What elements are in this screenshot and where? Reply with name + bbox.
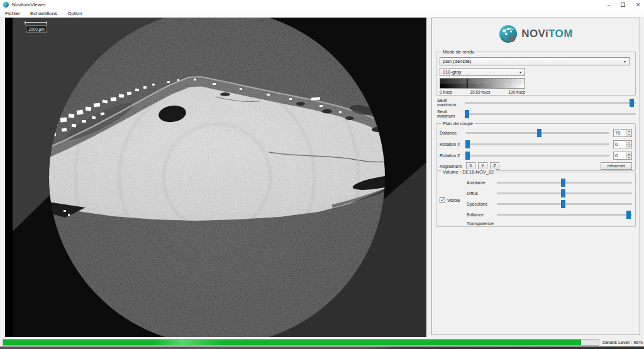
close-icon[interactable]: ✕ (636, 0, 640, 9)
specular-slider[interactable] (497, 200, 632, 208)
maximize-icon[interactable] (621, 3, 625, 7)
visible-row: ✓ Visible (440, 197, 460, 203)
threshold-min-row: Seuil minimum (437, 109, 636, 118)
diffuse-label: Diffus (467, 191, 497, 196)
rotation-x-label: Rotation X (440, 142, 466, 147)
control-panel: NOViTOM Mode de rendu plan (densité) ▼ 0… (431, 18, 640, 335)
slider-groove (497, 214, 632, 216)
transparency-label: Transparence (467, 221, 497, 226)
slider-handle[interactable] (465, 152, 470, 160)
menu-item-echantillons[interactable]: Echantillons (25, 9, 62, 18)
slider-handle[interactable] (561, 200, 565, 208)
novitom-logo-icon (499, 25, 518, 43)
check-icon: ✓ (440, 197, 445, 203)
rotation-z-label: Rotation Z (440, 153, 466, 158)
volume-group-title: Volume : DE16-NOV_02 (441, 169, 496, 175)
slider-handle[interactable] (561, 179, 565, 187)
tick-mid: 30.59 trucs (470, 90, 490, 94)
transparency-slider[interactable] (497, 219, 632, 228)
diffuse-row: Diffus (467, 189, 632, 197)
title-bar: NovitomViewer – ✕ (0, 0, 644, 9)
colormap-alpha-ramp (440, 79, 525, 84)
ct-slice-view[interactable]: 2000 µm (5, 18, 426, 337)
window-controls: – ✕ (608, 0, 640, 9)
slider-groove (466, 143, 609, 145)
ambient-slider[interactable] (497, 179, 632, 187)
alignment-label: Alignement (440, 164, 466, 169)
threshold-min-slider[interactable] (465, 110, 636, 118)
spin-value[interactable]: 70 (614, 130, 626, 136)
shininess-label: Brillance (467, 213, 497, 217)
colormap-select[interactable]: 010-gray ▼ (440, 68, 525, 76)
threshold-min-label: Seuil minimum (437, 109, 465, 118)
scale-label: 2000 µm (28, 27, 44, 32)
app-icon (3, 2, 9, 8)
ct-slice-image: 2000 µm (5, 18, 426, 337)
window-bottom-edge (0, 346, 644, 349)
spin-down-icon[interactable]: ▼ (626, 133, 631, 136)
tick-min: 0 trucs (440, 90, 452, 94)
colormap-ticks: 0 trucs 30.59 trucs 100 trucs (440, 90, 525, 94)
colormap-gradient (440, 78, 525, 89)
render-mode-group-title: Mode de rendu (441, 49, 476, 55)
specular-row: Spéculaire (467, 199, 632, 208)
volume-group: Volume : DE16-NOV_02 ✓ Visible Ambiante … (436, 172, 636, 227)
render-mode-value: plan (densité) (443, 58, 471, 64)
slider-groove (465, 113, 636, 115)
chevron-down-icon: ▼ (519, 70, 522, 74)
slider-handle[interactable] (537, 129, 541, 137)
threshold-max-slider[interactable] (465, 99, 636, 107)
rotation-z-slider[interactable] (466, 152, 609, 160)
spin-buttons[interactable]: ▲▼ (626, 141, 631, 148)
diffuse-slider[interactable] (497, 189, 632, 197)
logo-wordmark: NOViTOM (521, 28, 573, 40)
spin-down-icon[interactable]: ▼ (626, 145, 631, 148)
distance-row: Distance 70 ▲▼ (440, 128, 632, 137)
shininess-slider[interactable] (497, 211, 632, 219)
spin-value[interactable]: 0 (614, 141, 626, 148)
progress-bar (3, 339, 599, 346)
chevron-down-icon: ▼ (623, 60, 626, 64)
cut-plane-group: Plan de coupe Distance 70 ▲▼ Rotation X … (436, 123, 636, 171)
slider-handle[interactable] (626, 211, 631, 219)
spin-buttons[interactable]: ▲▼ (626, 152, 631, 159)
ambient-label: Ambiante (467, 180, 497, 185)
novitom-logo: NOViTOM (432, 21, 640, 47)
visible-checkbox[interactable]: ✓ (440, 197, 445, 203)
distance-label: Distance (440, 131, 466, 135)
cut-plane-group-title: Plan de coupe (441, 121, 475, 126)
distance-spinbox[interactable]: 70 ▲▼ (613, 129, 632, 137)
slider-handle[interactable] (465, 110, 469, 118)
rotation-x-row: Rotation X 0 ▲▼ (440, 140, 632, 148)
spin-down-icon[interactable]: ▼ (626, 156, 631, 159)
threshold-max-row: Seuil maximum (437, 98, 636, 107)
shininess-row: Brillance (467, 210, 632, 219)
window-title: NovitomViewer (12, 2, 46, 8)
spin-value[interactable]: 0 (614, 152, 626, 159)
details-level-label: Details Level : 96% (602, 340, 643, 345)
rotation-z-spinbox[interactable]: 0 ▲▼ (613, 152, 632, 160)
progress-fill (3, 340, 581, 345)
spin-buttons[interactable]: ▲▼ (626, 130, 631, 136)
colormap-marker[interactable] (467, 79, 468, 88)
distance-slider[interactable] (466, 129, 609, 137)
visible-label: Visible (447, 198, 460, 202)
colormap-value: 010-gray (443, 69, 462, 75)
ambient-row: Ambiante (467, 178, 632, 187)
colormap-gray-ramp (440, 84, 525, 89)
transparency-row: Transparence (467, 219, 632, 228)
flip-button[interactable]: retourner (601, 162, 632, 170)
rotation-x-spinbox[interactable]: 0 ▲▼ (613, 140, 632, 148)
menu-bar: Fichier Echantillons Option (0, 9, 644, 18)
slider-handle[interactable] (630, 99, 634, 107)
rotation-x-slider[interactable] (466, 140, 609, 148)
menu-item-fichier[interactable]: Fichier (0, 9, 25, 18)
rotation-z-row: Rotation Z 0 ▲▼ (440, 151, 632, 160)
menu-item-option[interactable]: Option (62, 9, 87, 18)
render-mode-select[interactable]: plan (densité) ▼ (440, 57, 630, 65)
slider-groove (466, 155, 609, 157)
minimize-icon[interactable]: – (608, 0, 610, 9)
slider-groove (465, 102, 636, 104)
slider-handle[interactable] (561, 189, 565, 197)
slider-handle[interactable] (465, 140, 470, 148)
